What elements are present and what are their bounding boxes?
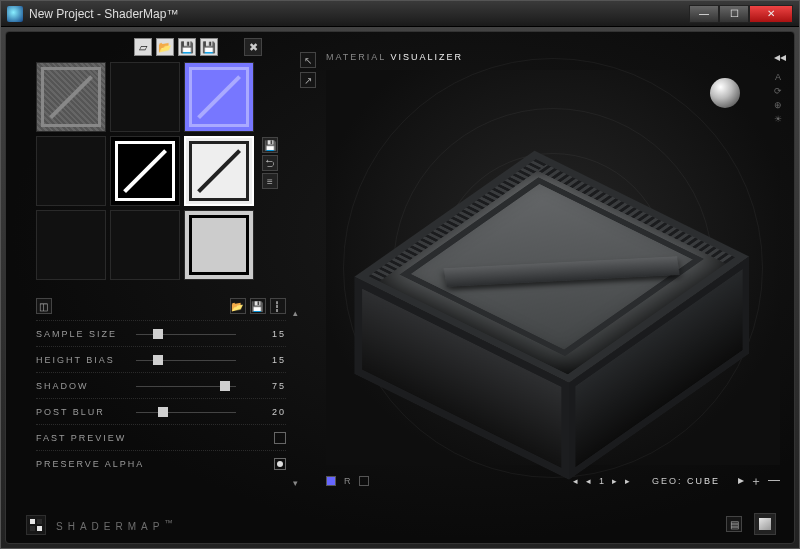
visualizer-toggle-icon[interactable] (754, 513, 776, 535)
visualizer-panel: MATERIAL VISUALIZER ◂◂ ↖ ↗ A ⟳ ⊕ ☀ (326, 52, 780, 493)
prop-label: HEIGHT BIAS (36, 355, 136, 365)
move-tool-icon[interactable]: ↗ (300, 72, 316, 88)
props-save-icon[interactable]: 💾 (250, 298, 266, 314)
prop-label: PRESERVE ALPHA (36, 459, 144, 469)
visualizer-bar: R ◂ ◂ 1 ▸ ▸ GEO: CUBE ▸ ＋ — (326, 469, 780, 493)
footer-right: ▤ (726, 513, 776, 535)
next-icon[interactable]: ▸ (612, 476, 617, 486)
prop-row-preserve-alpha: PRESERVE ALPHA (36, 450, 286, 476)
prop-row-post-blur: POST BLUR20 (36, 398, 286, 424)
prev-icon[interactable]: ◂ (586, 476, 591, 486)
prop-row-sample-size: SAMPLE SIZE15 (36, 320, 286, 346)
brand-footer: SHADERMAP™ (26, 515, 178, 535)
client-area: ▱ 📂 💾 💾 ✖ 💾 ⮌ ≡ ◫ (5, 31, 795, 544)
props-header-icon[interactable]: ◫ (36, 298, 52, 314)
map-side-buttons: 💾 ⮌ ≡ (262, 137, 278, 189)
collapse-icon[interactable]: ◂◂ (774, 50, 786, 64)
geo-label: GEO: CUBE (652, 476, 720, 486)
open-file-button[interactable]: 📂 (156, 38, 174, 56)
prop-label: POST BLUR (36, 407, 136, 417)
spec-thumb (185, 211, 253, 279)
map-cell-empty[interactable] (36, 210, 106, 280)
prop-label: SHADOW (36, 381, 136, 391)
target-icon[interactable]: ⊕ (774, 100, 782, 110)
prop-row-fast-preview: FAST PREVIEW (36, 424, 286, 450)
prop-row-shadow: SHADOW75 (36, 372, 286, 398)
prop-value: 20 (260, 407, 286, 417)
map-cell-diffuse[interactable] (36, 62, 106, 132)
minimize-button[interactable]: — (689, 5, 719, 23)
map-grid (36, 62, 276, 280)
map-cell-normal[interactable] (184, 62, 254, 132)
viewport-3d[interactable]: A ⟳ ⊕ ☀ (326, 70, 780, 465)
sun-icon[interactable]: ☀ (774, 114, 782, 124)
map-cell-displace[interactable] (110, 136, 180, 206)
visualizer-tools-left: ↖ ↗ (300, 52, 316, 88)
window-title: New Project - ShaderMap™ (29, 7, 683, 21)
channel-unselected[interactable] (359, 476, 369, 486)
scroll-down-icon[interactable]: ▾ (293, 478, 300, 488)
prop-value: 15 (260, 355, 286, 365)
channel-selected[interactable] (326, 476, 336, 486)
map-cell-empty[interactable] (36, 136, 106, 206)
map-save-icon[interactable]: 💾 (262, 137, 278, 153)
save-as-button[interactable]: 💾 (200, 38, 218, 56)
map-cell-empty[interactable] (110, 210, 180, 280)
map-cell-ao[interactable] (184, 136, 254, 206)
props-open-icon[interactable]: 📂 (230, 298, 246, 314)
layout-toggle-icon[interactable]: ▤ (726, 516, 742, 532)
preview-mesh (342, 151, 765, 399)
channel-r-label: R (344, 476, 351, 486)
map-push-icon[interactable]: ⮌ (262, 155, 278, 171)
geo-remove-icon[interactable]: — (768, 473, 780, 490)
scroll-up-icon[interactable]: ▴ (293, 308, 300, 318)
page-number: 1 (599, 476, 604, 486)
displace-thumb (111, 137, 179, 205)
geo-add-icon[interactable]: ＋ (750, 473, 762, 490)
titlebar[interactable]: New Project - ShaderMap™ — ☐ ✕ (1, 1, 799, 27)
brand-label: SHADERMAP™ (56, 518, 178, 532)
brand-logo-icon[interactable] (26, 515, 46, 535)
maximize-button[interactable]: ☐ (719, 5, 749, 23)
new-file-button[interactable]: ▱ (134, 38, 152, 56)
prop-slider[interactable] (136, 327, 260, 341)
visualizer-tools-right: A ⟳ ⊕ ☀ (774, 72, 782, 124)
map-options-icon[interactable]: ≡ (262, 173, 278, 189)
prop-row-height-bias: HEIGHT BIAS15 (36, 346, 286, 372)
map-cell-spec[interactable] (184, 210, 254, 280)
prev-fast-icon[interactable]: ◂ (573, 476, 578, 486)
props-divider-icon[interactable]: ┇ (270, 298, 286, 314)
map-cell-empty[interactable] (110, 62, 180, 132)
prop-label: SAMPLE SIZE (36, 329, 136, 339)
diffuse-thumb (37, 63, 105, 131)
light-orb[interactable] (710, 78, 740, 108)
save-button[interactable]: 💾 (178, 38, 196, 56)
properties-panel: ◫ 📂 💾 ┇ ▴▾ SAMPLE SIZE15HEIGHT BIAS15SHA… (36, 298, 286, 476)
prop-value: 15 (260, 329, 286, 339)
rotate-icon[interactable]: ⟳ (774, 86, 782, 96)
prop-checkbox[interactable] (274, 458, 286, 470)
prop-slider[interactable] (136, 379, 260, 393)
prop-slider[interactable] (136, 353, 260, 367)
close-button[interactable]: ✕ (749, 5, 793, 23)
cursor-tool-icon[interactable]: ↖ (300, 52, 316, 68)
axis-a-icon[interactable]: A (775, 72, 781, 82)
prop-slider[interactable] (136, 405, 260, 419)
prop-value: 75 (260, 381, 286, 391)
app-window: New Project - ShaderMap™ — ☐ ✕ ▱ 📂 💾 💾 ✖ (0, 0, 800, 549)
prop-label: FAST PREVIEW (36, 433, 126, 443)
visualizer-title: MATERIAL VISUALIZER (326, 52, 780, 62)
main-toolbar: ▱ 📂 💾 💾 ✖ (134, 38, 262, 56)
settings-button[interactable]: ✖ (244, 38, 262, 56)
prop-checkbox[interactable] (274, 432, 286, 444)
app-icon (7, 6, 23, 22)
ao-thumb (185, 137, 253, 205)
normal-thumb (185, 63, 253, 131)
next-fast-icon[interactable]: ▸ (625, 476, 630, 486)
geo-next-icon[interactable]: ▸ (738, 473, 744, 490)
